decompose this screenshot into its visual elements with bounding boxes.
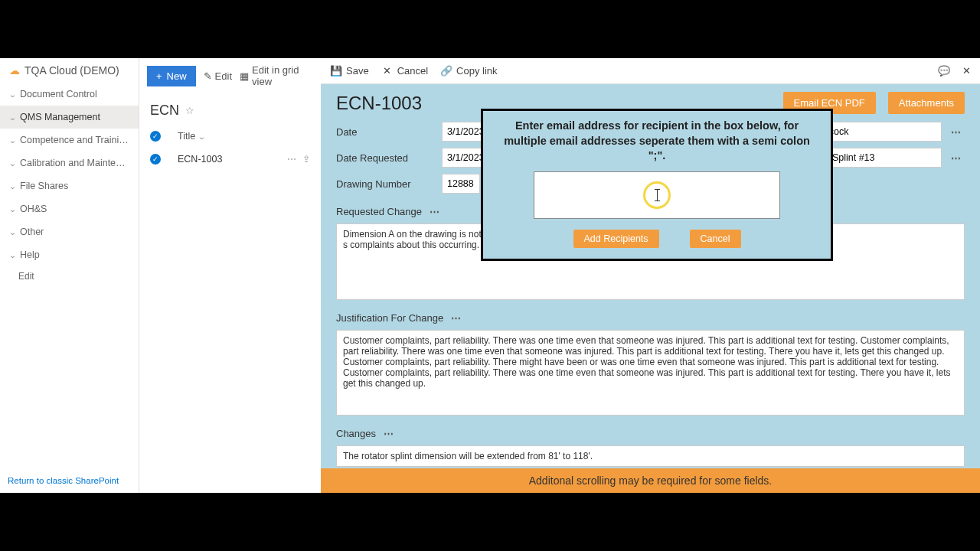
- check-icon[interactable]: ✓: [150, 131, 161, 142]
- classic-sharepoint-link[interactable]: Return to classic SharePoint: [0, 470, 139, 493]
- justification-label: Justification For Change⋯: [336, 312, 965, 324]
- share-icon[interactable]: ⇪: [302, 154, 310, 165]
- chevron-down-icon: ⌄: [198, 132, 205, 141]
- grid-icon: ▦: [240, 70, 249, 82]
- sidebar-edit-link[interactable]: Edit: [0, 266, 139, 286]
- date-label: Date: [336, 126, 436, 138]
- more-icon[interactable]: ⋯: [426, 206, 443, 217]
- attachments-button[interactable]: Attachments: [888, 92, 965, 114]
- chevron-down-icon: ⌄: [8, 159, 16, 168]
- cancel-button[interactable]: ✕Cancel: [381, 65, 428, 77]
- drawing-input[interactable]: [442, 174, 480, 194]
- chevron-down-icon: ⌄: [8, 251, 16, 259]
- cloud-icon: ☁: [9, 64, 20, 77]
- chevron-down-icon: ⌄: [8, 228, 16, 236]
- sidebar-item-calibration[interactable]: ⌄Calibration and Maintena...: [0, 152, 139, 174]
- add-recipients-button[interactable]: Add Recipients: [573, 230, 659, 248]
- save-icon: 💾: [330, 65, 342, 77]
- plus-icon: +: [156, 70, 162, 82]
- list-row[interactable]: ✓ ECN-1003 ⋯ ⇪: [139, 148, 321, 171]
- more-icon[interactable]: ⋯: [381, 428, 397, 439]
- daterequested-label: Date Requested: [336, 152, 436, 164]
- sidebar-item-help[interactable]: ⌄Help: [0, 243, 139, 266]
- more-icon[interactable]: ⋯: [948, 152, 965, 164]
- changes-textarea[interactable]: [336, 445, 965, 467]
- cursor-highlight: [643, 181, 671, 209]
- chevron-down-icon: ⌄: [8, 205, 16, 214]
- app-title: TQA Cloud (DEMO): [24, 64, 119, 77]
- list-title: ECN: [150, 103, 179, 119]
- column-title[interactable]: Title ⌄: [178, 131, 204, 142]
- changes-label: Changes⋯: [336, 428, 965, 439]
- row-title: ECN-1003: [178, 154, 279, 165]
- more-icon[interactable]: ⋯: [448, 312, 465, 324]
- star-icon[interactable]: ☆: [185, 105, 194, 116]
- list-header: ✓ Title ⌄: [139, 125, 321, 148]
- sidebar-item-document-control[interactable]: ⌄Document Control: [0, 83, 139, 106]
- drawing-label: Drawing Number: [336, 178, 436, 190]
- sidebar-item-competence[interactable]: ⌄Competence and Training: [0, 129, 139, 152]
- sidebar-item-qms[interactable]: ⌄QMS Management: [0, 106, 139, 129]
- link-icon: 🔗: [440, 65, 452, 77]
- modal-cancel-button[interactable]: Cancel: [690, 230, 741, 248]
- chevron-down-icon: ⌄: [8, 113, 16, 122]
- copylink-button[interactable]: 🔗Copy link: [440, 65, 497, 77]
- justification-textarea[interactable]: [336, 330, 965, 416]
- sidebar-item-ohs[interactable]: ⌄OH&S: [0, 197, 139, 220]
- list-column: +New ✎Edit ▦Edit in grid view ECN ☆ ✓ Ti…: [139, 58, 321, 493]
- chevron-down-icon: ⌄: [8, 136, 16, 145]
- detail-commandbar: 💾Save ✕Cancel 🔗Copy link 💬 ✕: [321, 58, 980, 84]
- chevron-down-icon: ⌄: [8, 90, 16, 99]
- close-icon: ✕: [381, 65, 394, 77]
- edit-button[interactable]: ✎Edit: [204, 70, 232, 82]
- save-button[interactable]: 💾Save: [330, 65, 369, 77]
- close-panel-icon[interactable]: ✕: [962, 65, 971, 77]
- comment-icon[interactable]: 💬: [938, 65, 950, 77]
- grid-edit-button[interactable]: ▦Edit in grid view: [240, 64, 313, 87]
- row-actions: ⋯ ⇪: [287, 154, 310, 165]
- list-toolbar: +New ✎Edit ▦Edit in grid view: [139, 58, 321, 93]
- pencil-icon: ✎: [204, 70, 212, 82]
- chevron-down-icon: ⌄: [8, 182, 16, 191]
- new-button[interactable]: +New: [147, 66, 196, 86]
- more-icon[interactable]: ⋯: [948, 126, 965, 138]
- sidebar-item-other[interactable]: ⌄Other: [0, 220, 139, 243]
- email-recipients-modal: Enter email address for recipient in the…: [481, 109, 833, 261]
- more-icon[interactable]: ⋯: [287, 154, 296, 165]
- list-title-row: ECN ☆: [139, 93, 321, 125]
- sidebar-item-fileshares[interactable]: ⌄File Shares: [0, 174, 139, 197]
- recipients-input[interactable]: [534, 171, 780, 219]
- sidebar: ☁ TQA Cloud (DEMO) ⌄Document Control ⌄QM…: [0, 58, 139, 493]
- modal-instruction: Enter email address for recipient in the…: [495, 119, 818, 171]
- scroll-notice: Additonal scrolling may be required for …: [321, 468, 980, 493]
- app-header: ☁ TQA Cloud (DEMO): [0, 58, 139, 83]
- check-icon[interactable]: ✓: [150, 154, 161, 165]
